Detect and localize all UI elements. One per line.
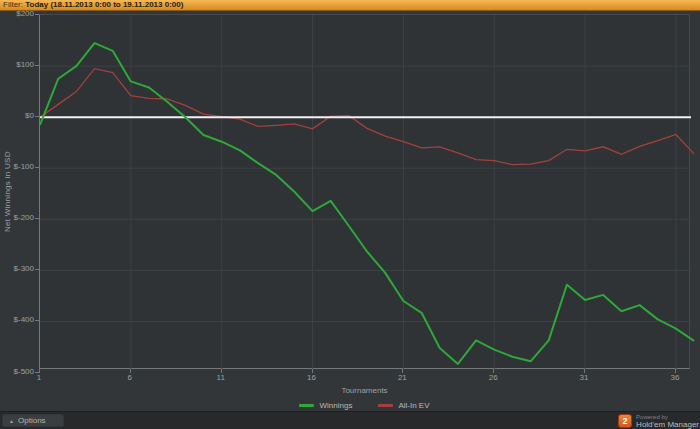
x-tick-mark (402, 369, 403, 373)
x-tick-label: 26 (478, 373, 508, 382)
y-tick-label: $-200 (0, 213, 34, 222)
app-name-label: Hold'em Manager (636, 421, 699, 429)
x-tick-mark (39, 369, 40, 373)
bottom-bar: ▴ Options 2 Powered by Hold'em Manager (0, 411, 700, 429)
caret-up-icon: ▴ (10, 418, 13, 424)
x-tick-mark (493, 369, 494, 373)
winnings-line (40, 43, 694, 364)
x-tick-label: 16 (297, 373, 327, 382)
filter-bar: Filter: Today (18.11.2013 0:00 to 19.11.… (0, 0, 700, 11)
x-tick-label: 36 (660, 373, 690, 382)
x-tick-mark (130, 369, 131, 373)
x-tick-mark (221, 369, 222, 373)
legend-item-allin-ev: All-In EV (378, 401, 429, 410)
x-tick-label: 21 (387, 373, 417, 382)
x-tick-label: 31 (569, 373, 599, 382)
holdem-manager-branding: 2 Powered by Hold'em Manager (618, 412, 699, 429)
y-tick-label: $-100 (0, 162, 34, 171)
y-tick-label: $-300 (0, 264, 34, 273)
y-tick-label: $0 (0, 111, 34, 120)
options-button-label: Options (18, 416, 46, 425)
winnings-chart (40, 15, 691, 370)
powered-by-label: Powered by (636, 414, 699, 420)
x-tick-label: 1 (24, 373, 54, 382)
x-tick-mark (584, 369, 585, 373)
chart-legend: Winnings All-In EV (39, 399, 690, 411)
y-tick-mark (35, 14, 39, 15)
filter-label: Filter: (3, 0, 23, 9)
y-tick-mark (35, 167, 39, 168)
y-tick-mark (35, 65, 39, 66)
legend-label-allin-ev: All-In EV (398, 401, 429, 410)
filter-value: Today (18.11.2013 0:00 to 19.11.2013 0:0… (25, 0, 183, 9)
allin-ev-line-swatch (378, 404, 393, 407)
y-tick-label: $100 (0, 60, 34, 69)
y-tick-mark (35, 320, 39, 321)
legend-label-winnings: Winnings (319, 401, 352, 410)
y-tick-mark (35, 116, 39, 117)
y-tick-mark (35, 218, 39, 219)
hm2-logo-icon: 2 (618, 414, 632, 428)
chart-plot-area (39, 14, 690, 369)
legend-item-winnings: Winnings (299, 401, 352, 410)
x-axis-title: Tournaments (39, 386, 690, 395)
options-button[interactable]: ▴ Options (2, 414, 64, 427)
y-tick-label: $-400 (0, 315, 34, 324)
winnings-line-swatch (299, 404, 314, 407)
x-tick-mark (675, 369, 676, 373)
x-tick-label: 11 (206, 373, 236, 382)
y-tick-mark (35, 269, 39, 270)
x-tick-label: 6 (115, 373, 145, 382)
y-tick-label: $200 (0, 9, 34, 18)
x-tick-mark (312, 369, 313, 373)
